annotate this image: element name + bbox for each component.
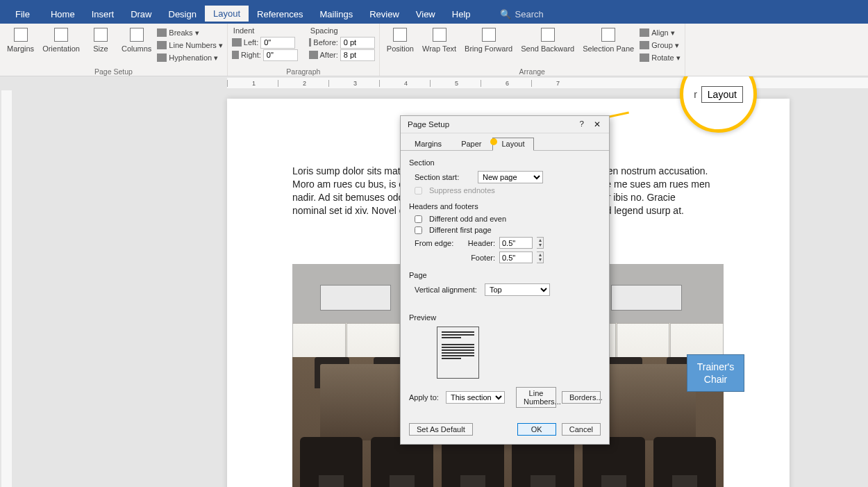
- tab-insert[interactable]: Insert: [83, 6, 123, 22]
- margins-button[interactable]: Margins: [4, 26, 37, 54]
- indent-right-icon: [232, 51, 239, 59]
- ok-button[interactable]: OK: [517, 423, 556, 436]
- section-start-label: Section start:: [415, 173, 474, 181]
- dialog-tab-margins[interactable]: Margins: [406, 138, 450, 150]
- breaks-button[interactable]: Breaks▾: [157, 26, 222, 39]
- preview-heading: Preview: [409, 311, 601, 324]
- indent-left-input[interactable]: [260, 37, 295, 49]
- search-box[interactable]: 🔍 Search: [500, 9, 544, 19]
- apply-to-label: Apply to:: [409, 393, 440, 402]
- vertical-alignment-label: Vertical alignment:: [415, 286, 481, 294]
- headers-footers-heading: Headers and footers: [409, 200, 601, 213]
- orientation-button[interactable]: Orientation: [40, 26, 83, 54]
- align-button[interactable]: Align▾: [640, 26, 680, 39]
- close-icon[interactable]: ✕: [590, 119, 605, 129]
- apply-to-select[interactable]: This section: [446, 391, 505, 404]
- tab-mailings[interactable]: Mailings: [312, 6, 362, 22]
- wrap-text-button[interactable]: Wrap Text: [419, 26, 459, 54]
- different-odd-even-checkbox[interactable]: [415, 215, 422, 223]
- space-before-input[interactable]: [340, 37, 375, 49]
- footer-input[interactable]: [499, 251, 533, 263]
- dialog-title: Page Setup: [408, 120, 449, 129]
- tab-design[interactable]: Design: [160, 6, 205, 22]
- tab-file[interactable]: File: [7, 6, 42, 22]
- vertical-alignment-select[interactable]: Top: [485, 283, 550, 296]
- tab-references[interactable]: References: [249, 6, 311, 22]
- page-setup-dialog: Page Setup ? ✕ Margins Paper Layout Sect…: [400, 115, 610, 445]
- tab-review[interactable]: Review: [361, 6, 408, 22]
- size-button[interactable]: Size: [85, 26, 116, 54]
- suppress-endnotes-checkbox: [415, 187, 422, 195]
- line-numbers-button[interactable]: Line Numbers▾: [157, 39, 222, 51]
- different-odd-even-label: Different odd and even: [429, 215, 506, 223]
- indent-right-input[interactable]: [263, 49, 298, 61]
- trainers-chair-textbox[interactable]: Trainer's Chair: [687, 354, 744, 392]
- tab-help[interactable]: Help: [444, 6, 479, 22]
- indent-left-icon: [232, 38, 242, 47]
- tab-view[interactable]: View: [408, 6, 444, 22]
- different-first-page-label: Different first page: [429, 226, 492, 234]
- header-label: Header:: [467, 239, 495, 247]
- paragraph-label: Paragraph: [228, 67, 379, 76]
- rotate-button[interactable]: Rotate▾: [640, 51, 680, 64]
- section-start-select[interactable]: New page: [478, 171, 543, 183]
- section-heading: Section: [409, 156, 601, 170]
- space-after-input[interactable]: [340, 49, 375, 61]
- borders-button[interactable]: Borders...: [562, 391, 601, 404]
- hyphenation-button[interactable]: Hyphenation▾: [157, 51, 222, 64]
- header-input[interactable]: [499, 237, 533, 249]
- set-as-default-button[interactable]: Set As Default: [409, 423, 473, 436]
- ribbon: Margins Orientation Size Columns Breaks▾…: [0, 24, 868, 76]
- space-before-icon: [309, 38, 312, 47]
- suppress-endnotes-label: Suppress endnotes: [429, 186, 495, 195]
- space-after-icon: [309, 51, 318, 59]
- dialog-tab-layout[interactable]: Layout: [492, 138, 533, 151]
- from-edge-label: From edge:: [415, 239, 463, 247]
- columns-button[interactable]: Columns: [119, 26, 154, 54]
- document-area: 1234567 Loris sump dolor sits mate, inca…: [0, 76, 868, 487]
- group-button[interactable]: Group▾: [640, 39, 680, 51]
- page-setup-label: Page Setup: [0, 67, 227, 76]
- spacing-label: Spacing: [309, 26, 375, 36]
- dialog-tabs: Margins Paper Layout: [401, 133, 609, 151]
- preview-thumbnail: [437, 327, 479, 379]
- dialog-tab-paper[interactable]: Paper: [453, 138, 490, 150]
- tab-draw[interactable]: Draw: [122, 6, 160, 22]
- dialog-title-bar[interactable]: Page Setup ? ✕: [401, 116, 609, 133]
- position-button[interactable]: Position: [384, 26, 417, 54]
- page-heading: Page: [409, 269, 601, 282]
- cancel-button[interactable]: Cancel: [562, 423, 601, 436]
- ribbon-tabs: File Home Insert Draw Design Layout Refe…: [0, 4, 868, 24]
- footer-spinner[interactable]: ▴▾: [537, 251, 544, 263]
- search-icon: 🔍: [500, 9, 511, 19]
- search-placeholder: Search: [515, 9, 544, 19]
- header-spinner[interactable]: ▴▾: [537, 237, 544, 249]
- vertical-ruler[interactable]: [1, 90, 12, 487]
- highlight-dot: [490, 138, 497, 145]
- send-backward-button[interactable]: Send Backward: [518, 26, 577, 54]
- highlight-partial-text: r: [694, 89, 697, 100]
- bring-forward-button[interactable]: Bring Forward: [462, 26, 515, 54]
- help-icon[interactable]: ?: [576, 119, 588, 129]
- arrange-label: Arrange: [380, 67, 685, 76]
- horizontal-ruler[interactable]: 1234567: [227, 78, 868, 88]
- different-first-page-checkbox[interactable]: [415, 226, 422, 234]
- selection-pane-button[interactable]: Selection Pane: [580, 26, 637, 54]
- tab-home[interactable]: Home: [42, 6, 83, 22]
- highlight-layout-tab: Layout: [701, 86, 743, 103]
- footer-label: Footer:: [467, 254, 495, 262]
- line-numbers-button[interactable]: Line Numbers...: [516, 387, 556, 408]
- indent-label: Indent: [232, 26, 298, 36]
- tab-layout[interactable]: Layout: [205, 6, 249, 23]
